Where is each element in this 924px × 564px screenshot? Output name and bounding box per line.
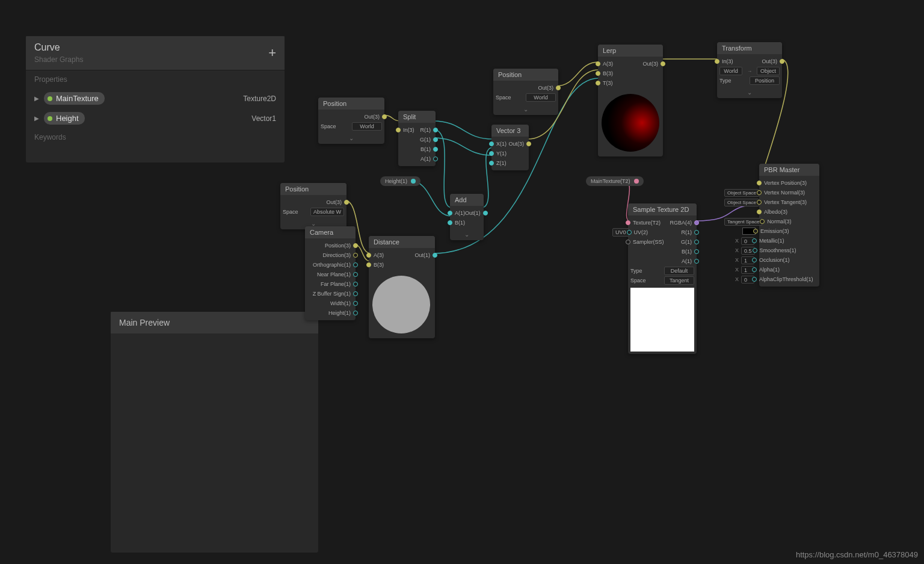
port-out[interactable] xyxy=(694,220,699,225)
add-property-icon[interactable]: + xyxy=(268,45,276,61)
node-sample-texture-2d[interactable]: Sample Texture 2D Texture(T2)RGBA(4) UV0… xyxy=(628,203,697,354)
port-out[interactable] xyxy=(556,85,561,90)
property-row-maintexture[interactable]: ▶ MainTexture Texture2D xyxy=(26,88,285,108)
port-out[interactable] xyxy=(483,211,488,215)
port-in[interactable] xyxy=(752,258,757,262)
port-in[interactable] xyxy=(752,277,757,282)
port-in[interactable] xyxy=(715,59,719,64)
space-dropdown[interactable]: World xyxy=(352,122,382,131)
port-in[interactable] xyxy=(366,262,371,267)
port-in[interactable] xyxy=(757,190,762,195)
port-in[interactable] xyxy=(448,211,452,215)
chevron-down-icon[interactable]: ⌄ xyxy=(318,134,384,144)
chevron-down-icon[interactable]: ⌄ xyxy=(717,88,782,98)
property-node-height[interactable]: Height(1) xyxy=(380,176,420,186)
port-out[interactable] xyxy=(433,147,438,152)
port-out[interactable] xyxy=(353,291,358,296)
node-title: Distance xyxy=(369,236,435,248)
port-in[interactable] xyxy=(753,229,758,234)
port-out[interactable] xyxy=(780,59,784,64)
node-position-absolute[interactable]: Position Out(3) SpaceAbsolute W ⌄ xyxy=(280,183,346,229)
node-title: Add xyxy=(450,194,484,206)
port-in[interactable] xyxy=(760,219,765,224)
port-out[interactable] xyxy=(694,249,699,254)
port-in[interactable] xyxy=(596,71,600,76)
node-pbr-master[interactable]: PBR Master Vertex Position(3) Object Spa… xyxy=(759,164,819,287)
port-in[interactable] xyxy=(366,253,371,258)
main-preview-panel[interactable]: Main Preview xyxy=(111,312,318,553)
property-row-height[interactable]: ▶ Height Vector1 xyxy=(26,108,285,128)
port-out[interactable] xyxy=(661,61,665,66)
to-dropdown[interactable]: Object xyxy=(757,67,780,75)
port-out[interactable] xyxy=(344,200,349,205)
port-out[interactable] xyxy=(411,179,416,184)
node-title: Vector 3 xyxy=(491,125,529,137)
port-out[interactable] xyxy=(353,243,358,248)
port-in[interactable] xyxy=(489,151,494,156)
port-out[interactable] xyxy=(694,259,699,264)
type-dropdown[interactable]: Default xyxy=(664,267,694,275)
port-out[interactable] xyxy=(353,253,358,258)
port-out[interactable] xyxy=(353,311,358,315)
blackboard-header: Curve Shader Graphs + xyxy=(26,36,285,70)
svg-point-1 xyxy=(602,94,659,152)
property-pill[interactable]: MainTexture xyxy=(44,92,105,105)
port-in[interactable] xyxy=(757,200,762,205)
node-vector3[interactable]: Vector 3 X(1)Out(3) Y(1) Z(1) xyxy=(491,125,529,170)
port-out[interactable] xyxy=(433,137,438,142)
port-out[interactable] xyxy=(353,301,358,306)
port-in[interactable] xyxy=(752,238,757,243)
node-lerp[interactable]: Lerp A(3)Out(3) B(3) T(3) xyxy=(598,45,663,156)
node-split[interactable]: Split In(3)R(1) G(1) B(1) A(1) xyxy=(398,111,436,166)
node-position-world-2[interactable]: Position Out(3) SpaceWorld ⌄ xyxy=(493,69,558,115)
port-out[interactable] xyxy=(353,272,358,277)
node-transform[interactable]: Transform In(3)Out(3) World→Object TypeP… xyxy=(717,42,782,98)
chevron-down-icon[interactable]: ⌄ xyxy=(493,105,558,115)
port-out[interactable] xyxy=(433,253,437,258)
port-out[interactable] xyxy=(353,282,358,287)
port-in[interactable] xyxy=(752,267,757,272)
blackboard-panel[interactable]: Curve Shader Graphs + Properties ▶ MainT… xyxy=(26,36,285,163)
port-in[interactable] xyxy=(753,248,757,253)
port-out[interactable] xyxy=(526,141,531,146)
port-in[interactable] xyxy=(757,181,762,185)
node-preview xyxy=(628,288,697,354)
space-dropdown[interactable]: Object Space xyxy=(724,189,759,197)
port-in[interactable] xyxy=(448,220,452,225)
port-in[interactable] xyxy=(396,128,401,132)
port-in[interactable] xyxy=(757,209,762,214)
node-title: Position xyxy=(318,98,384,110)
port-in[interactable] xyxy=(489,141,494,146)
port-out[interactable] xyxy=(694,230,699,235)
port-in[interactable] xyxy=(489,161,494,166)
port-in[interactable] xyxy=(596,81,600,85)
port-in[interactable] xyxy=(596,61,600,66)
type-dropdown[interactable]: Position xyxy=(750,76,780,85)
port-out[interactable] xyxy=(634,179,639,184)
chevron-down-icon[interactable]: ⌄ xyxy=(450,230,484,240)
node-add[interactable]: Add A(1)Out(1) B(1) ⌄ xyxy=(450,194,484,240)
port-out[interactable] xyxy=(694,240,699,244)
space-dropdown[interactable]: Absolute W xyxy=(310,208,344,216)
node-camera[interactable]: Camera Position(3) Direction(3) Orthogra… xyxy=(305,226,356,320)
port-out[interactable] xyxy=(382,114,387,119)
port-in[interactable] xyxy=(627,230,632,235)
node-position-world-1[interactable]: Position Out(3) SpaceWorld ⌄ xyxy=(318,98,384,144)
port-out[interactable] xyxy=(433,156,438,161)
from-dropdown[interactable]: World xyxy=(719,67,742,75)
property-node-maintexture[interactable]: MainTexture(T2) xyxy=(586,176,644,186)
node-distance[interactable]: Distance A(3)Out(1) B(3) xyxy=(369,236,435,338)
space-dropdown[interactable]: Tangent Space xyxy=(724,218,762,226)
property-pill[interactable]: Height xyxy=(44,112,85,125)
port-out[interactable] xyxy=(353,262,358,267)
space-dropdown[interactable]: World xyxy=(526,93,556,102)
node-title: Transform xyxy=(717,42,782,54)
property-type: Vector1 xyxy=(251,114,276,123)
chevron-right-icon: ▶ xyxy=(34,95,39,102)
chevron-right-icon: ▶ xyxy=(34,115,39,122)
space-dropdown[interactable]: Object Space xyxy=(724,199,759,206)
port-in[interactable] xyxy=(626,240,630,244)
space-dropdown[interactable]: Tangent xyxy=(664,276,694,285)
port-out[interactable] xyxy=(433,128,438,132)
port-in[interactable] xyxy=(626,220,630,225)
